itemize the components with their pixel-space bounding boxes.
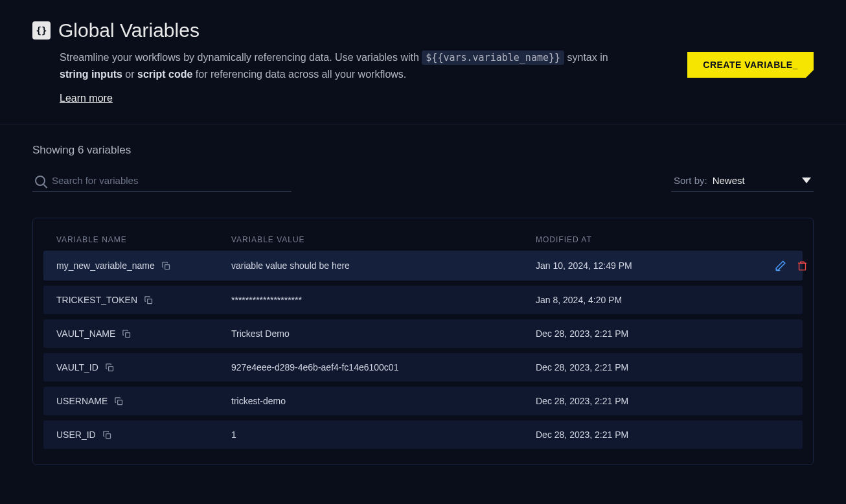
column-name: VARIABLE NAME: [56, 235, 231, 244]
search-wrapper[interactable]: [32, 170, 292, 192]
variable-modified-cell: Dec 28, 2023, 2:21 PM: [536, 430, 730, 440]
variable-modified-cell: Jan 10, 2024, 12:49 PM: [536, 260, 730, 271]
table-row[interactable]: USER_ID1Dec 28, 2023, 2:21 PM: [43, 420, 803, 449]
header-section: {} Global Variables Streamline your work…: [0, 0, 846, 124]
svg-rect-0: [165, 264, 169, 269]
row-actions: [730, 260, 808, 271]
variable-name-text: USERNAME: [56, 396, 108, 406]
variable-value-cell: ********************: [231, 295, 536, 305]
table-row[interactable]: VAULT_NAMETrickest DemoDec 28, 2023, 2:2…: [43, 319, 803, 348]
variable-value-cell: trickest-demo: [231, 396, 536, 406]
variables-icon: {}: [32, 21, 51, 40]
variables-table: VARIABLE NAME VARIABLE VALUE MODIFIED AT…: [32, 218, 814, 465]
svg-rect-3: [126, 332, 130, 337]
table-row[interactable]: USERNAMEtrickest-demoDec 28, 2023, 2:21 …: [43, 387, 803, 415]
copy-icon[interactable]: [105, 363, 115, 372]
table-row[interactable]: TRICKEST_TOKEN********************Jan 8,…: [43, 286, 803, 314]
variable-name-text: VAULT_ID: [56, 362, 98, 372]
learn-more-link[interactable]: Learn more: [60, 93, 113, 104]
variable-name-cell: TRICKEST_TOKEN: [56, 295, 231, 305]
delete-icon[interactable]: [797, 260, 808, 271]
column-modified: MODIFIED AT: [536, 235, 730, 244]
variable-value-cell: variable value should be here: [231, 260, 536, 271]
page-description: Streamline your workflows by dynamically…: [60, 49, 623, 82]
sort-dropdown[interactable]: Sort by: Newest: [671, 170, 814, 192]
variable-name-cell: my_new_variable_name: [56, 260, 231, 271]
search-input[interactable]: [52, 175, 289, 186]
page-title: Global Variables: [58, 19, 200, 41]
sort-value: Newest: [713, 175, 797, 186]
edit-icon[interactable]: [775, 260, 786, 271]
table-header: VARIABLE NAME VARIABLE VALUE MODIFIED AT: [43, 229, 803, 251]
variable-name-text: USER_ID: [56, 430, 96, 440]
title-row: {} Global Variables: [32, 19, 687, 41]
variable-name-cell: USERNAME: [56, 396, 231, 406]
chevron-down-icon: [802, 178, 811, 183]
variable-name-cell: VAULT_ID: [56, 362, 231, 372]
content-section: Showing 6 variables Sort by: Newest VARI…: [0, 124, 846, 485]
svg-rect-6: [106, 433, 110, 438]
variable-name-cell: USER_ID: [56, 430, 231, 440]
variable-modified-cell: Dec 28, 2023, 2:21 PM: [536, 362, 730, 372]
variable-name-cell: VAULT_NAME: [56, 328, 231, 339]
variable-value-cell: 927e4eee-d289-4e6b-aef4-fc14e6100c01: [231, 362, 536, 372]
header-left: {} Global Variables Streamline your work…: [32, 19, 687, 104]
variable-name-text: my_new_variable_name: [56, 260, 155, 271]
sort-label: Sort by:: [674, 175, 707, 186]
copy-icon[interactable]: [114, 396, 124, 406]
variable-name-text: TRICKEST_TOKEN: [56, 295, 137, 305]
variable-modified-cell: Dec 28, 2023, 2:21 PM: [536, 396, 730, 406]
controls-row: Sort by: Newest: [32, 170, 814, 192]
variable-value-cell: Trickest Demo: [231, 328, 536, 339]
copy-icon[interactable]: [102, 430, 112, 440]
copy-icon[interactable]: [161, 261, 171, 271]
search-icon: [35, 176, 45, 186]
svg-rect-2: [148, 299, 152, 303]
copy-icon[interactable]: [122, 329, 131, 339]
table-row[interactable]: VAULT_ID927e4eee-d289-4e6b-aef4-fc14e610…: [43, 353, 803, 382]
variable-modified-cell: Dec 28, 2023, 2:21 PM: [536, 328, 730, 339]
variable-name-text: VAULT_NAME: [56, 328, 115, 339]
variable-modified-cell: Jan 8, 2024, 4:20 PM: [536, 295, 730, 305]
variable-value-cell: 1: [231, 430, 536, 440]
copy-icon[interactable]: [144, 295, 154, 305]
showing-count: Showing 6 variables: [32, 144, 814, 157]
table-row[interactable]: my_new_variable_namevariable value shoul…: [43, 251, 803, 281]
svg-rect-4: [108, 366, 113, 371]
code-snippet: ${{vars.variable_name}}: [422, 51, 564, 65]
column-value: VARIABLE VALUE: [231, 235, 536, 244]
svg-rect-5: [118, 400, 122, 404]
create-variable-button[interactable]: CREATE VARIABLE_: [687, 52, 814, 78]
